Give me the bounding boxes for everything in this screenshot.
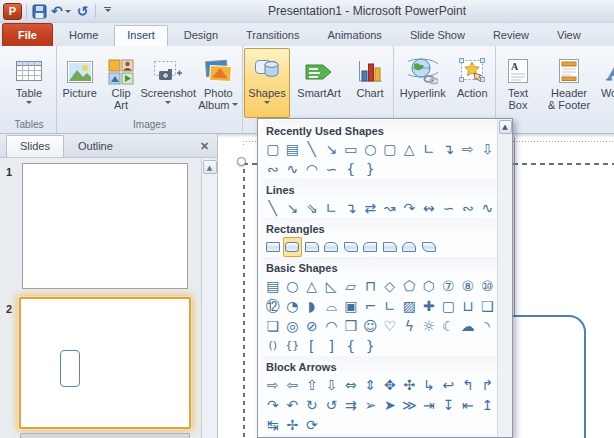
picture-button[interactable]: Picture <box>58 48 101 118</box>
shape-left-brace[interactable]: { <box>341 336 361 356</box>
shape-right-brace[interactable]: } <box>361 336 381 356</box>
table-button[interactable]: Table <box>3 48 55 118</box>
shape-teardrop[interactable]: ◗ <box>302 296 322 316</box>
shape-left-up-arrow[interactable]: ↰ <box>458 375 478 395</box>
shape-pentagon-arrow[interactable]: ➤ <box>380 395 400 415</box>
shape-elbow-arrow-connector[interactable]: ↴ <box>439 139 459 159</box>
shapes-button[interactable]: Shapes <box>244 48 290 118</box>
shape-heart[interactable]: ♡ <box>380 316 400 336</box>
shape-curved-double-arrow-connector[interactable]: ↭ <box>419 198 439 218</box>
shape-line[interactable]: ╲ <box>302 139 322 159</box>
shape-cloud[interactable]: ☁ <box>458 316 478 336</box>
shape-freeform[interactable]: ∾ <box>458 198 478 218</box>
text-box-button[interactable]: A Text Box <box>497 48 539 118</box>
shape-regular-pentagon[interactable]: ⬠ <box>400 276 420 296</box>
tab-design[interactable]: Design <box>172 26 230 46</box>
tab-slides[interactable]: Slides <box>6 135 64 157</box>
shape-line[interactable]: ╲ <box>263 198 283 218</box>
smartart-button[interactable]: SmartArt <box>290 48 348 118</box>
shape-elbow-connector[interactable]: ∟ <box>322 198 342 218</box>
chart-button[interactable]: Chart <box>348 48 392 118</box>
shape-chevron-arrow[interactable]: ≫ <box>400 395 420 415</box>
action-button[interactable]: Action <box>450 48 494 118</box>
shape-right-arrow-callout[interactable]: ⇥ <box>419 395 439 415</box>
shape-quad-arrow[interactable]: ✥ <box>380 375 400 395</box>
shape-isosceles-triangle[interactable]: △ <box>302 276 322 296</box>
shape-arc[interactable]: ◠ <box>302 159 322 179</box>
slide-1-thumbnail[interactable] <box>22 163 188 289</box>
shape-hexagon[interactable]: ⬡ <box>419 276 439 296</box>
save-button[interactable] <box>31 3 47 20</box>
shape-left-right-arrow[interactable]: ⇔ <box>341 375 361 395</box>
shape-oval[interactable]: ○ <box>283 276 303 296</box>
placeholder-corner-handle[interactable] <box>237 157 246 166</box>
slide-3-thumbnail-partial[interactable] <box>20 433 190 438</box>
header-footer-button[interactable]: Header & Footer <box>539 48 599 118</box>
shape-arc[interactable]: ◝ <box>478 316 498 336</box>
shape-rounded-rectangle[interactable] <box>283 237 303 257</box>
shape-curved-down-arrow[interactable]: ↻ <box>302 395 322 415</box>
close-panel-icon[interactable]: ✕ <box>197 139 212 154</box>
shape-down-arrow-callout[interactable]: ↧ <box>439 395 459 415</box>
tab-view[interactable]: View <box>545 26 593 46</box>
shape-right-bracket[interactable]: ] <box>322 336 342 356</box>
tab-file[interactable]: File <box>2 23 53 46</box>
shape-dodecagon[interactable]: ⑫ <box>263 296 283 316</box>
shape-right-arrow[interactable]: ⇨ <box>458 139 478 159</box>
screenshot-button[interactable]: Screenshot <box>141 48 196 118</box>
shape-scribble[interactable]: ∿ <box>478 198 498 218</box>
shape-u-turn-arrow[interactable]: ↩ <box>439 375 459 395</box>
shape-bent-arrow[interactable]: ↳ <box>419 375 439 395</box>
shape-up-arrow-callout[interactable]: ↥ <box>478 395 498 415</box>
shape-elbow-connector[interactable]: ∟ <box>419 139 439 159</box>
shape-curved-right-arrow[interactable]: ↷ <box>263 395 283 415</box>
photo-album-button[interactable]: Photo Album <box>196 48 241 118</box>
shape-no-symbol[interactable]: ⊘ <box>302 316 322 336</box>
shape-scribble[interactable]: ∿ <box>283 159 303 179</box>
shape-down-arrow[interactable]: ⇩ <box>322 375 342 395</box>
shape-sun[interactable]: ☼ <box>419 316 439 336</box>
shape-oval[interactable]: ○ <box>361 139 381 159</box>
shape-arrow[interactable]: ↘ <box>322 139 342 159</box>
shape-snip-and-round-single-corner-rectangle[interactable] <box>361 237 381 257</box>
shape-left-right-arrow-callout[interactable]: ↹ <box>263 415 283 435</box>
shape-block-arc[interactable]: ◠ <box>322 316 342 336</box>
shape-text-box[interactable]: ▤ <box>283 139 303 159</box>
shape-can[interactable]: ⊔ <box>458 296 478 316</box>
tab-outline[interactable]: Outline <box>64 135 127 157</box>
slide-2-thumbnail[interactable] <box>22 300 188 426</box>
shape-rounded-rectangle[interactable]: ▢ <box>263 139 283 159</box>
shape-quad-arrow-callout[interactable]: ✢ <box>283 415 303 435</box>
shape-bevel[interactable]: ❏ <box>263 316 283 336</box>
shape-right-brace[interactable]: } <box>361 159 381 179</box>
clip-art-button[interactable]: Clip Art <box>101 48 140 118</box>
slides-panel-scrollbar[interactable]: ▲ <box>201 159 217 438</box>
shape-left-bracket[interactable]: [ <box>302 336 322 356</box>
shape-bent-up-arrow[interactable]: ↱ <box>478 375 498 395</box>
redo-button[interactable]: ↺ <box>75 3 91 20</box>
shape-left-arrow[interactable]: ⇦ <box>283 375 303 395</box>
shape-cube[interactable]: ❑ <box>478 296 498 316</box>
shape-right-triangle[interactable]: ◺ <box>322 276 342 296</box>
shape-double-bracket[interactable]: () <box>263 336 283 356</box>
shape-l-shape[interactable]: ∟ <box>380 296 400 316</box>
shape-circular-arrow[interactable]: ⟳ <box>302 415 322 435</box>
shape-plaque[interactable]: ▢ <box>439 296 459 316</box>
shape-frame[interactable]: ▣ <box>341 296 361 316</box>
shape-left-brace[interactable]: { <box>341 159 361 179</box>
shape-left-arrow-callout[interactable]: ⇤ <box>458 395 478 415</box>
shape-trapezoid[interactable]: ⊓ <box>361 276 381 296</box>
shape-moon[interactable]: ☾ <box>439 316 459 336</box>
wordart-button[interactable]: A WordArt <box>599 48 614 118</box>
shape-donut[interactable]: ◎ <box>283 316 303 336</box>
menu-scroll-up-icon[interactable]: ▲ <box>499 120 512 134</box>
shape-elbow-double-arrow-connector[interactable]: ⇄ <box>361 198 381 218</box>
shape-snip-single-corner-rectangle[interactable] <box>302 237 322 257</box>
shape-elbow-arrow-connector[interactable]: ↴ <box>341 198 361 218</box>
shape-rectangle[interactable]: ▭ <box>341 139 361 159</box>
tab-home[interactable]: Home <box>57 26 110 46</box>
shape-diamond[interactable]: ◇ <box>380 276 400 296</box>
tab-transitions[interactable]: Transitions <box>234 26 311 46</box>
shape-cross[interactable]: ✚ <box>419 296 439 316</box>
shape-left-right-up-arrow[interactable]: ✣ <box>400 375 420 395</box>
